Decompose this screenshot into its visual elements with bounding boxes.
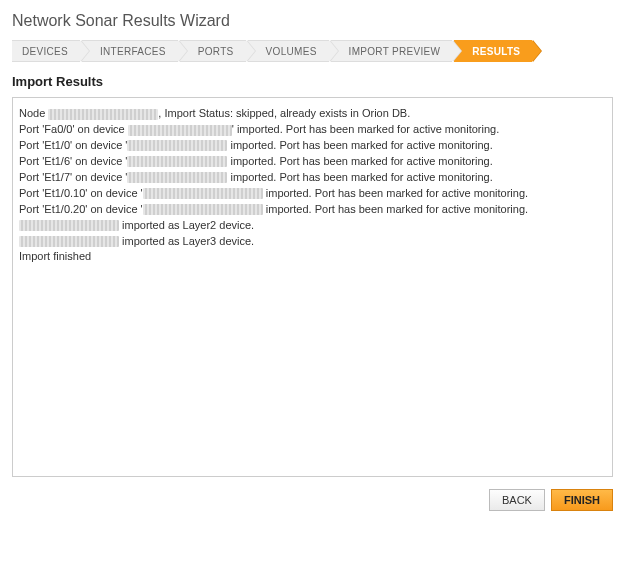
log-text: imported. Port has been marked for activ… xyxy=(227,139,492,151)
redacted-text xyxy=(19,220,119,231)
log-text: imported. Port has been marked for activ… xyxy=(263,187,528,199)
log-text: imported as Layer3 device. xyxy=(119,235,254,247)
log-line: Port 'Et1/6' on device ' imported. Port … xyxy=(19,154,606,170)
log-text: Port 'Et1/0.20' on device ' xyxy=(19,203,143,215)
log-line: Port 'Fa0/0' on device ' imported. Port … xyxy=(19,122,606,138)
breadcrumb-step-results[interactable]: RESULTS xyxy=(454,40,532,62)
log-text: imported as Layer2 device. xyxy=(119,219,254,231)
redacted-text xyxy=(128,125,232,136)
log-line: Node , Import Status: skipped, already e… xyxy=(19,106,606,122)
log-text: Port 'Et1/6' on device ' xyxy=(19,155,127,167)
log-text: Port 'Et1/7' on device ' xyxy=(19,171,127,183)
log-text: Port 'Et1/0.10' on device ' xyxy=(19,187,143,199)
wizard-buttons: BACK FINISH xyxy=(12,489,613,511)
log-text: imported. Port has been marked for activ… xyxy=(263,203,528,215)
breadcrumb-step-volumes[interactable]: VOLUMES xyxy=(248,40,329,62)
finish-button[interactable]: FINISH xyxy=(551,489,613,511)
redacted-text xyxy=(48,109,158,120)
log-text: Import finished xyxy=(19,250,91,262)
log-line: Import finished xyxy=(19,249,606,265)
log-text: Port 'Et1/0' on device ' xyxy=(19,139,127,151)
log-text: imported. Port has been marked for activ… xyxy=(227,171,492,183)
breadcrumb-step-ports[interactable]: PORTS xyxy=(180,40,246,62)
log-text: Node xyxy=(19,107,48,119)
wizard-title: Network Sonar Results Wizard xyxy=(12,12,613,30)
log-line: imported as Layer2 device. xyxy=(19,218,606,234)
breadcrumb-step-import-preview[interactable]: IMPORT PREVIEW xyxy=(331,40,453,62)
redacted-text xyxy=(127,172,227,183)
section-title: Import Results xyxy=(12,74,613,89)
import-results-box: Node , Import Status: skipped, already e… xyxy=(12,97,613,477)
wizard-container: Network Sonar Results Wizard DEVICESINTE… xyxy=(0,0,625,523)
breadcrumb-step-interfaces[interactable]: INTERFACES xyxy=(82,40,178,62)
breadcrumb: DEVICESINTERFACESPORTSVOLUMESIMPORT PREV… xyxy=(12,40,613,62)
log-text: ' imported. Port has been marked for act… xyxy=(232,123,499,135)
log-line: Port 'Et1/0.10' on device ' imported. Po… xyxy=(19,186,606,202)
log-text: Port 'Fa0/0' on device xyxy=(19,123,128,135)
log-text: , Import Status: skipped, already exists… xyxy=(158,107,410,119)
log-line: imported as Layer3 device. xyxy=(19,234,606,250)
log-line: Port 'Et1/0.20' on device ' imported. Po… xyxy=(19,202,606,218)
redacted-text xyxy=(143,188,263,199)
redacted-text xyxy=(19,236,119,247)
log-line: Port 'Et1/0' on device ' imported. Port … xyxy=(19,138,606,154)
log-text: imported. Port has been marked for activ… xyxy=(227,155,492,167)
breadcrumb-step-devices[interactable]: DEVICES xyxy=(12,40,80,62)
redacted-text xyxy=(127,140,227,151)
redacted-text xyxy=(127,156,227,167)
back-button[interactable]: BACK xyxy=(489,489,545,511)
log-line: Port 'Et1/7' on device ' imported. Port … xyxy=(19,170,606,186)
redacted-text xyxy=(143,204,263,215)
